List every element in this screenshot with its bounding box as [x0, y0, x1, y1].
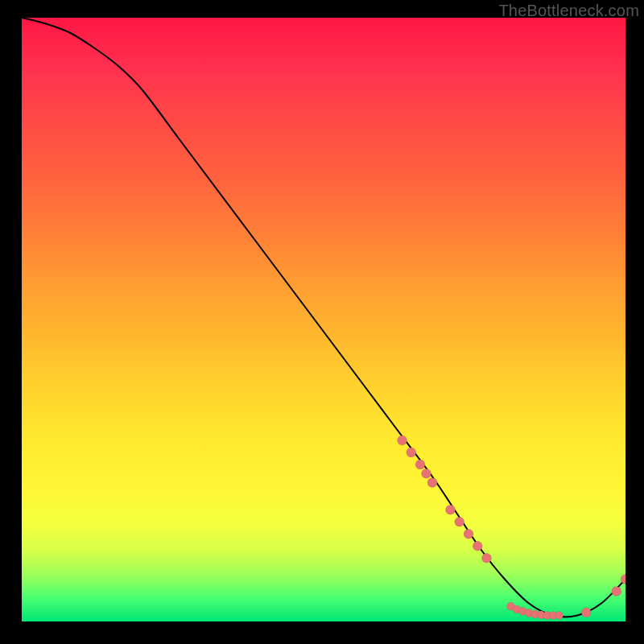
data-point — [407, 448, 416, 457]
data-point — [446, 505, 456, 514]
data-point — [482, 553, 492, 563]
data-point — [464, 529, 473, 539]
plot-area — [22, 18, 625, 621]
data-point — [415, 460, 425, 469]
chart-overlay — [22, 18, 625, 621]
data-point — [581, 608, 591, 617]
chart-frame: TheBottleneck.com — [0, 0, 644, 644]
data-point — [398, 436, 407, 445]
data-point — [473, 541, 482, 551]
data-point — [555, 612, 564, 620]
data-point — [427, 478, 437, 488]
watermark-text: TheBottleneck.com — [498, 2, 639, 20]
data-point — [422, 469, 431, 478]
curve-line — [22, 18, 625, 617]
data-point — [455, 517, 464, 526]
data-point — [612, 587, 621, 597]
